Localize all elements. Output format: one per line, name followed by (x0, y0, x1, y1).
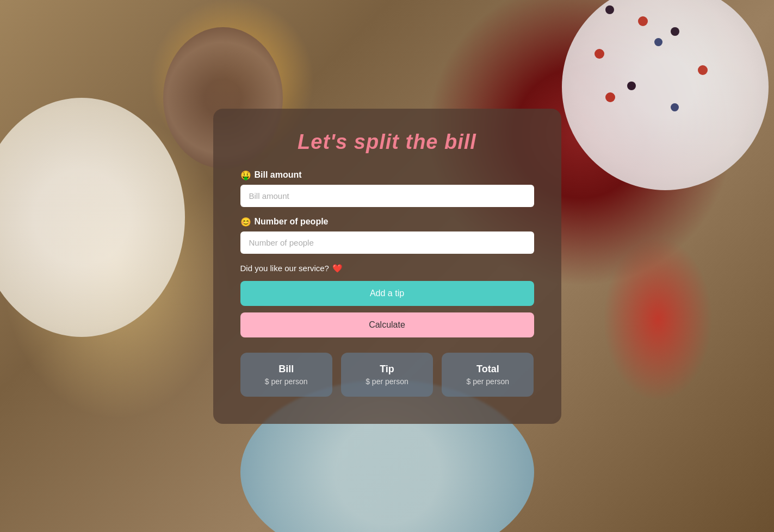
results-row: Bill $ per person Tip $ per person Total… (240, 353, 534, 397)
add-tip-button[interactable]: Add a tip (240, 281, 534, 306)
bill-splitter-card: Let's split the bill 🤑 Bill amount 😊 Num… (213, 109, 561, 424)
page-title: Let's split the bill (240, 130, 534, 154)
total-result-label: Total (450, 364, 525, 375)
bill-result-sublabel: $ per person (249, 377, 324, 386)
berry-decoration (595, 49, 604, 59)
berry-decoration (605, 92, 615, 102)
total-result-sublabel: $ per person (450, 377, 525, 386)
berry-decoration (627, 82, 636, 90)
calculate-button[interactable]: Calculate (240, 312, 534, 337)
number-of-people-input[interactable] (240, 231, 534, 254)
bill-result-label: Bill (249, 364, 324, 375)
berry-decoration (671, 103, 679, 111)
berry-decoration (698, 65, 708, 75)
bill-amount-input[interactable] (240, 185, 534, 207)
tip-result-sublabel: $ per person (350, 377, 424, 386)
berry-decoration (605, 5, 614, 14)
bill-amount-group: 🤑 Bill amount (240, 170, 534, 207)
tip-result-label: Tip (350, 364, 424, 375)
bill-result-card: Bill $ per person (240, 353, 332, 397)
heart-emoji: ❤️ (332, 264, 343, 273)
bill-emoji: 🤑 (240, 170, 251, 180)
total-result-card: Total $ per person (442, 353, 534, 397)
bill-amount-label: 🤑 Bill amount (240, 170, 534, 180)
berry-decoration (654, 38, 662, 46)
berry-decoration (638, 16, 648, 26)
number-of-people-label: 😊 Number of people (240, 217, 534, 227)
service-question: Did you like our service? ❤️ (240, 264, 534, 273)
people-emoji: 😊 (240, 217, 251, 227)
tip-result-card: Tip $ per person (341, 353, 433, 397)
number-of-people-group: 😊 Number of people (240, 217, 534, 254)
berry-decoration (671, 27, 679, 36)
